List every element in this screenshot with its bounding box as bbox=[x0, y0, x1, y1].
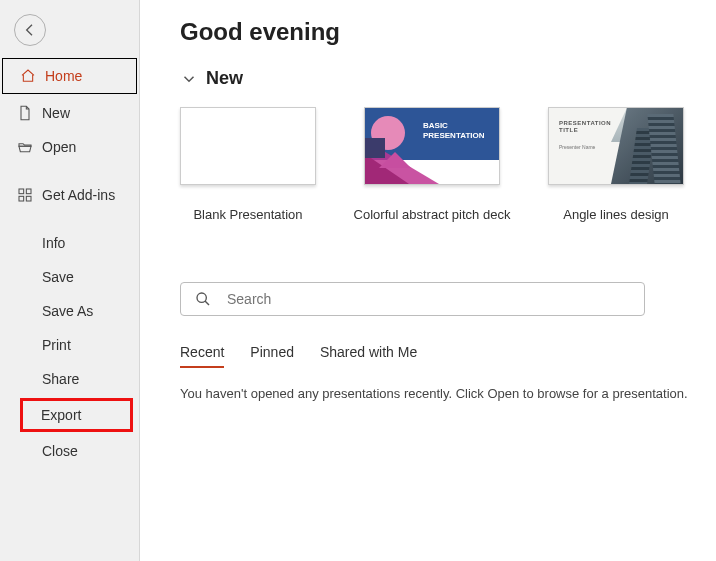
sidebar-item-save-as[interactable]: Save As bbox=[0, 294, 139, 328]
sidebar-item-save[interactable]: Save bbox=[0, 260, 139, 294]
main-content: Good evening New Blank Presentation bbox=[140, 0, 716, 561]
sidebar-item-label: Info bbox=[42, 235, 65, 251]
sidebar-item-share[interactable]: Share bbox=[0, 362, 139, 396]
template-label: Blank Presentation bbox=[193, 207, 302, 222]
sidebar-item-open[interactable]: Open bbox=[0, 130, 139, 164]
svg-rect-2 bbox=[19, 196, 24, 201]
tab-recent[interactable]: Recent bbox=[180, 344, 224, 368]
tab-pinned[interactable]: Pinned bbox=[250, 344, 294, 368]
arrow-left-icon bbox=[22, 22, 38, 38]
home-icon bbox=[19, 67, 37, 85]
folder-open-icon bbox=[16, 138, 34, 156]
back-button[interactable] bbox=[14, 14, 46, 46]
svg-rect-1 bbox=[26, 189, 31, 194]
template-thumbnail: BASICPRESENTATION bbox=[364, 107, 500, 185]
svg-rect-0 bbox=[19, 189, 24, 194]
tab-shared-with-me[interactable]: Shared with Me bbox=[320, 344, 417, 368]
sidebar-item-export-highlight: Export bbox=[20, 398, 133, 432]
thumb-text: Presenter Name bbox=[559, 144, 595, 150]
addins-icon bbox=[16, 186, 34, 204]
template-label: Colorful abstract pitch deck bbox=[354, 207, 511, 222]
template-thumbnail: PRESENTATIONTITLE Presenter Name bbox=[548, 107, 684, 185]
page-title: Good evening bbox=[180, 18, 716, 46]
sidebar-item-label: Export bbox=[41, 407, 81, 423]
templates-row: Blank Presentation BASICPRESENTATION Col… bbox=[180, 107, 716, 222]
empty-state-message: You haven't opened any presentations rec… bbox=[180, 386, 716, 401]
search-input[interactable] bbox=[227, 291, 630, 307]
sidebar-item-label: Share bbox=[42, 371, 79, 387]
section-title: New bbox=[206, 68, 243, 89]
new-section-header[interactable]: New bbox=[180, 68, 716, 89]
sidebar-item-label: Save As bbox=[42, 303, 93, 319]
sidebar-item-home-highlight: Home bbox=[2, 58, 137, 94]
sidebar-item-label: Open bbox=[42, 139, 76, 155]
thumb-text: BASIC bbox=[423, 121, 448, 130]
sidebar-item-close[interactable]: Close bbox=[0, 434, 139, 468]
sidebar-item-label: Print bbox=[42, 337, 71, 353]
sidebar-item-info[interactable]: Info bbox=[0, 226, 139, 260]
template-angle-lines[interactable]: PRESENTATIONTITLE Presenter Name Angle l… bbox=[548, 107, 684, 222]
sidebar-item-print[interactable]: Print bbox=[0, 328, 139, 362]
template-label: Angle lines design bbox=[563, 207, 669, 222]
document-icon bbox=[16, 104, 34, 122]
sidebar-item-label: Get Add-ins bbox=[42, 187, 115, 203]
search-box[interactable] bbox=[180, 282, 645, 316]
svg-point-4 bbox=[197, 293, 206, 302]
sidebar-item-label: Save bbox=[42, 269, 74, 285]
thumb-text: PRESENTATION bbox=[559, 120, 611, 126]
thumb-text: PRESENTATION bbox=[423, 131, 484, 140]
recent-tabs: Recent Pinned Shared with Me bbox=[180, 344, 716, 368]
svg-rect-3 bbox=[26, 196, 31, 201]
sidebar-item-label: Home bbox=[45, 68, 82, 84]
sidebar: Home New Open Get Add-ins Info bbox=[0, 0, 140, 561]
sidebar-item-new[interactable]: New bbox=[0, 96, 139, 130]
chevron-down-icon bbox=[180, 70, 198, 88]
sidebar-item-home[interactable]: Home bbox=[3, 59, 136, 93]
search-icon bbox=[195, 291, 211, 307]
template-blank-presentation[interactable]: Blank Presentation bbox=[180, 107, 316, 222]
sidebar-item-label: Close bbox=[42, 443, 78, 459]
template-thumbnail bbox=[180, 107, 316, 185]
sidebar-item-get-addins[interactable]: Get Add-ins bbox=[0, 178, 139, 212]
thumb-text: TITLE bbox=[559, 127, 578, 133]
sidebar-item-export[interactable]: Export bbox=[23, 401, 130, 429]
template-colorful-abstract[interactable]: BASICPRESENTATION Colorful abstract pitc… bbox=[364, 107, 500, 222]
sidebar-item-label: New bbox=[42, 105, 70, 121]
